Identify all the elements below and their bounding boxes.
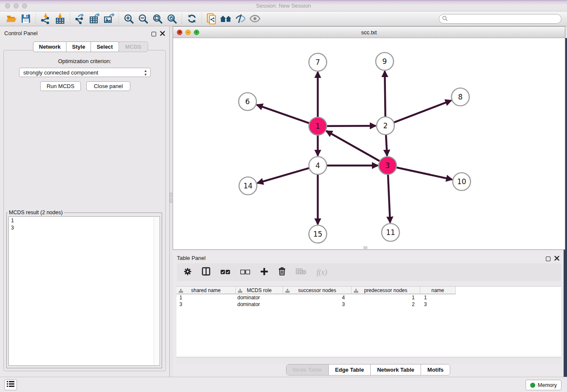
app-titlebar: Session: New Session: [0, 0, 567, 11]
edge-2-8[interactable]: [394, 100, 451, 122]
tab-style[interactable]: Style: [66, 41, 91, 52]
table-cell[interactable]: 1: [420, 294, 456, 301]
control-panel-tabs: Network Style Select MCDS: [33, 41, 148, 52]
import-table-button[interactable]: [53, 12, 67, 25]
table-cell[interactable]: 1: [352, 294, 420, 301]
node-9[interactable]: 9: [376, 52, 394, 70]
node-2[interactable]: 2: [377, 117, 394, 135]
tab-motifs[interactable]: Motifs: [421, 364, 450, 375]
table-row[interactable]: 1dominator411: [176, 294, 561, 301]
delete-table-button[interactable]: [296, 268, 306, 276]
search-box[interactable]: [439, 14, 561, 24]
table-cell[interactable]: 3: [420, 301, 456, 308]
zoom-in-button[interactable]: [121, 12, 136, 25]
column-header-predecessor-nodes[interactable]: predecessor nodes: [352, 287, 420, 294]
select-all-columns-button[interactable]: [220, 268, 230, 276]
zoom-selected-button[interactable]: [165, 12, 179, 25]
delete-column-button[interactable]: [278, 267, 286, 277]
column-header-successor-nodes[interactable]: successor nodes: [283, 287, 352, 294]
edge-3-10[interactable]: [396, 167, 452, 179]
result-line: 3: [11, 224, 157, 232]
criterion-select[interactable]: strongly connected component ▲▼: [19, 68, 151, 77]
network-hscroll-thumb[interactable]: [363, 246, 367, 249]
close-panel-icon[interactable]: [160, 30, 165, 38]
close-panel-button[interactable]: Close panel: [86, 81, 130, 91]
tab-mcds[interactable]: MCDS: [118, 41, 148, 52]
network-window-titlebar[interactable]: ✕ − + scc.txt: [173, 27, 565, 38]
node-10[interactable]: 10: [453, 173, 471, 190]
save-session-button[interactable]: [19, 12, 33, 25]
table-row[interactable]: 3dominator323: [176, 301, 561, 308]
table-tabs: Node Table Edge Table Network Table Moti…: [173, 364, 564, 375]
table-cell[interactable]: 1: [176, 294, 236, 301]
float-panel-icon[interactable]: [151, 32, 156, 36]
zoom-out-icon: [138, 14, 149, 24]
copy-network-button[interactable]: [204, 12, 219, 25]
memory-button[interactable]: Memory: [526, 380, 561, 390]
edge-3-11[interactable]: [388, 174, 390, 223]
export-table-button[interactable]: [87, 12, 102, 25]
zoom-fit-button[interactable]: [150, 12, 165, 25]
edge-4-14[interactable]: [257, 168, 309, 183]
network-canvas[interactable]: 7968124314101511: [173, 38, 565, 249]
float-panel-icon[interactable]: [546, 257, 550, 261]
import-network-button[interactable]: [39, 12, 53, 25]
tab-network-table[interactable]: Network Table: [371, 364, 421, 375]
node-1[interactable]: 1: [309, 117, 327, 135]
column-header-name[interactable]: name: [420, 287, 456, 294]
node-14[interactable]: 14: [239, 177, 257, 195]
zoom-out-button[interactable]: [136, 12, 150, 25]
edge-3-1[interactable]: [326, 131, 380, 161]
node-6[interactable]: 6: [239, 93, 256, 110]
function-builder-button[interactable]: f(x): [317, 268, 327, 277]
svg-text:4: 4: [316, 161, 320, 170]
status-bar: Memory: [0, 377, 567, 392]
toolbar-separator: [118, 13, 119, 25]
mcds-result-textarea[interactable]: 1 3: [8, 216, 160, 366]
run-mcds-button[interactable]: Run MCDS: [40, 81, 81, 91]
column-header-shared-name[interactable]: shared name: [176, 287, 236, 294]
edge-1-2[interactable]: [327, 126, 376, 126]
export-image-button[interactable]: [102, 12, 116, 25]
tab-edge-table[interactable]: Edge Table: [329, 364, 371, 375]
node-8[interactable]: 8: [451, 88, 469, 106]
edge-2-3[interactable]: [386, 135, 387, 156]
node-15[interactable]: 15: [309, 225, 327, 243]
unselect-all-columns-button[interactable]: [240, 268, 250, 276]
list-icon: [7, 381, 14, 389]
tab-select[interactable]: Select: [91, 41, 118, 52]
table-cell[interactable]: 4: [283, 294, 352, 301]
edge-2-9[interactable]: [385, 71, 385, 117]
table-cell[interactable]: 2: [352, 301, 420, 308]
show-all-button[interactable]: [248, 12, 262, 25]
first-neighbors-button[interactable]: [219, 12, 233, 25]
refresh-view-button[interactable]: [184, 12, 199, 25]
table-cell[interactable]: dominator: [236, 301, 283, 308]
table-cell[interactable]: 3: [283, 301, 352, 308]
node-3[interactable]: 3: [379, 157, 396, 174]
result-scrollbar[interactable]: [154, 217, 159, 365]
open-session-button[interactable]: [4, 12, 19, 25]
hide-selected-button[interactable]: [233, 12, 248, 25]
export-network-button[interactable]: [73, 12, 87, 25]
plus-icon: [260, 268, 268, 277]
splitter-handle[interactable]: [170, 198, 172, 203]
close-panel-icon[interactable]: [554, 255, 559, 262]
edge-1-6[interactable]: [257, 105, 309, 123]
node-4[interactable]: 4: [309, 157, 327, 174]
table-cell[interactable]: 3: [176, 301, 236, 308]
node-7[interactable]: 7: [309, 53, 327, 71]
task-history-button[interactable]: [4, 379, 17, 390]
table-cell[interactable]: dominator: [236, 294, 283, 301]
search-input[interactable]: [449, 16, 561, 22]
table-hscrollbar[interactable]: [176, 357, 561, 364]
column-header-mcds-role[interactable]: MCDS role: [236, 287, 283, 294]
svg-text:7: 7: [316, 58, 320, 66]
node-11[interactable]: 11: [382, 224, 399, 241]
splitter-handle[interactable]: [170, 193, 172, 197]
show-column-pane-button[interactable]: [202, 267, 210, 277]
tab-node-table[interactable]: Node Table: [286, 364, 329, 375]
table-settings-button[interactable]: [184, 268, 192, 277]
tab-network[interactable]: Network: [33, 41, 66, 52]
create-column-button[interactable]: [260, 268, 268, 277]
